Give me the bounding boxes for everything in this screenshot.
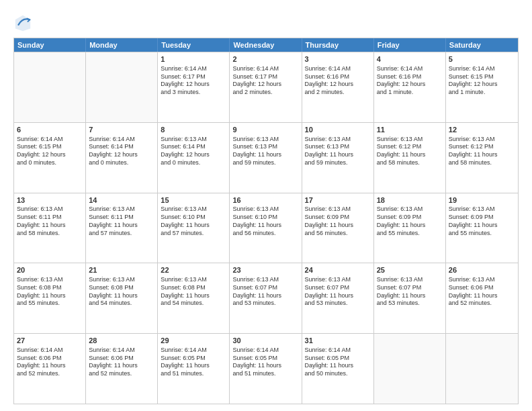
calendar-cell-day-12: 12Sunrise: 6:13 AMSunset: 6:12 PMDayligh… <box>446 123 518 193</box>
cell-line: and 1 minute. <box>377 89 443 97</box>
cell-line: Daylight: 11 hours <box>17 292 83 300</box>
calendar: SundayMondayTuesdayWednesdayThursdayFrid… <box>13 38 519 404</box>
calendar-cell-day-7: 7Sunrise: 6:14 AMSunset: 6:14 PMDaylight… <box>86 123 158 193</box>
cell-line: Sunset: 6:09 PM <box>377 214 443 222</box>
header-day-wednesday: Wednesday <box>230 38 302 52</box>
cell-line: Sunrise: 6:13 AM <box>17 205 83 214</box>
day-number: 17 <box>305 195 371 205</box>
calendar-cell-day-9: 9Sunrise: 6:13 AMSunset: 6:13 PMDaylight… <box>230 123 302 193</box>
cell-line: Daylight: 11 hours <box>161 362 226 370</box>
calendar-header: SundayMondayTuesdayWednesdayThursdayFrid… <box>14 38 518 52</box>
day-number: 3 <box>305 54 371 64</box>
cell-line: Sunrise: 6:14 AM <box>449 65 515 73</box>
day-number: 6 <box>17 125 83 135</box>
cell-line: Sunset: 6:16 PM <box>305 73 371 81</box>
cell-line: and 56 minutes. <box>305 230 371 238</box>
calendar-row-3: 13Sunrise: 6:13 AMSunset: 6:11 PMDayligh… <box>14 193 518 263</box>
calendar-cell-day-27: 27Sunrise: 6:14 AMSunset: 6:06 PMDayligh… <box>14 334 86 404</box>
day-number: 5 <box>449 54 515 64</box>
header-day-friday: Friday <box>374 38 446 52</box>
day-number: 4 <box>377 54 443 64</box>
day-number: 29 <box>161 336 226 346</box>
cell-line: Daylight: 11 hours <box>449 151 515 159</box>
calendar-cell-empty <box>86 52 158 122</box>
cell-line: and 57 minutes. <box>161 230 226 238</box>
cell-line: Sunrise: 6:14 AM <box>89 347 154 355</box>
cell-line: Sunrise: 6:14 AM <box>377 65 443 73</box>
cell-line: Sunset: 6:11 PM <box>17 214 83 222</box>
cell-line: Daylight: 12 hours <box>305 81 371 89</box>
cell-line: Daylight: 11 hours <box>449 292 515 300</box>
cell-line: Sunrise: 6:13 AM <box>161 205 226 214</box>
cell-line: Daylight: 11 hours <box>232 292 298 300</box>
day-number: 8 <box>161 125 226 135</box>
day-number: 9 <box>232 125 298 135</box>
cell-line: Sunset: 6:05 PM <box>305 355 371 363</box>
cell-line: Sunrise: 6:13 AM <box>305 205 371 214</box>
cell-line: Daylight: 12 hours <box>89 151 154 159</box>
cell-line: Sunset: 6:07 PM <box>377 284 443 292</box>
day-number: 7 <box>89 125 154 135</box>
calendar-cell-day-4: 4Sunrise: 6:14 AMSunset: 6:16 PMDaylight… <box>374 52 446 122</box>
header-day-sunday: Sunday <box>14 38 86 52</box>
cell-line: and 0 minutes. <box>17 159 83 167</box>
cell-line: Sunrise: 6:14 AM <box>161 347 226 355</box>
cell-line: and 52 minutes. <box>17 370 83 378</box>
day-number: 27 <box>17 336 83 346</box>
cell-line: Daylight: 11 hours <box>305 151 371 159</box>
day-number: 13 <box>17 195 83 205</box>
cell-line: Sunrise: 6:13 AM <box>161 136 226 144</box>
calendar-cell-day-3: 3Sunrise: 6:14 AMSunset: 6:16 PMDaylight… <box>302 52 374 122</box>
calendar-cell-day-23: 23Sunrise: 6:13 AMSunset: 6:07 PMDayligh… <box>230 263 302 333</box>
day-number: 24 <box>305 265 371 275</box>
calendar-cell-day-16: 16Sunrise: 6:13 AMSunset: 6:10 PMDayligh… <box>230 193 302 263</box>
cell-line: Daylight: 12 hours <box>232 81 298 89</box>
day-number: 11 <box>377 125 443 135</box>
calendar-cell-day-6: 6Sunrise: 6:14 AMSunset: 6:15 PMDaylight… <box>14 123 86 193</box>
cell-line: Sunrise: 6:13 AM <box>89 276 154 284</box>
cell-line: Sunrise: 6:13 AM <box>377 276 443 284</box>
calendar-row-4: 20Sunrise: 6:13 AMSunset: 6:08 PMDayligh… <box>14 263 518 333</box>
cell-line: and 1 minute. <box>449 89 515 97</box>
cell-line: Daylight: 11 hours <box>89 222 154 230</box>
cell-line: Daylight: 11 hours <box>17 222 83 230</box>
calendar-cell-day-11: 11Sunrise: 6:13 AMSunset: 6:12 PMDayligh… <box>374 123 446 193</box>
calendar-cell-day-29: 29Sunrise: 6:14 AMSunset: 6:05 PMDayligh… <box>158 334 230 404</box>
cell-line: Sunset: 6:10 PM <box>232 214 298 222</box>
cell-line: Sunset: 6:14 PM <box>89 143 154 151</box>
cell-line: Sunrise: 6:13 AM <box>377 136 443 144</box>
cell-line: and 56 minutes. <box>232 230 298 238</box>
cell-line: Sunset: 6:09 PM <box>305 214 371 222</box>
logo <box>13 13 34 32</box>
day-number: 14 <box>89 195 154 205</box>
calendar-body: 1Sunrise: 6:14 AMSunset: 6:17 PMDaylight… <box>14 52 518 404</box>
cell-line: Sunrise: 6:13 AM <box>232 205 298 214</box>
svg-marker-0 <box>15 15 30 31</box>
calendar-row-1: 1Sunrise: 6:14 AMSunset: 6:17 PMDaylight… <box>14 52 518 122</box>
cell-line: Sunrise: 6:13 AM <box>449 136 515 144</box>
cell-line: Sunset: 6:07 PM <box>232 284 298 292</box>
day-number: 15 <box>161 195 226 205</box>
cell-line: and 54 minutes. <box>89 300 154 308</box>
cell-line: and 58 minutes. <box>449 159 515 167</box>
cell-line: and 0 minutes. <box>161 159 226 167</box>
cell-line: Daylight: 12 hours <box>161 81 226 89</box>
day-number: 20 <box>17 265 83 275</box>
cell-line: Sunset: 6:06 PM <box>17 355 83 363</box>
calendar-cell-day-25: 25Sunrise: 6:13 AMSunset: 6:07 PMDayligh… <box>374 263 446 333</box>
cell-line: Sunrise: 6:14 AM <box>232 347 298 355</box>
cell-line: and 53 minutes. <box>305 300 371 308</box>
cell-line: Daylight: 11 hours <box>305 292 371 300</box>
calendar-cell-day-17: 17Sunrise: 6:13 AMSunset: 6:09 PMDayligh… <box>302 193 374 263</box>
cell-line: Sunset: 6:08 PM <box>17 284 83 292</box>
cell-line: Daylight: 12 hours <box>161 151 226 159</box>
header-day-tuesday: Tuesday <box>158 38 230 52</box>
cell-line: Sunset: 6:12 PM <box>377 143 443 151</box>
cell-line: Daylight: 11 hours <box>232 362 298 370</box>
cell-line: and 50 minutes. <box>305 370 371 378</box>
calendar-cell-day-21: 21Sunrise: 6:13 AMSunset: 6:08 PMDayligh… <box>86 263 158 333</box>
cell-line: Sunset: 6:10 PM <box>161 214 226 222</box>
cell-line: Daylight: 11 hours <box>232 151 298 159</box>
cell-line: Sunrise: 6:14 AM <box>17 136 83 144</box>
cell-line: Sunrise: 6:14 AM <box>305 65 371 73</box>
